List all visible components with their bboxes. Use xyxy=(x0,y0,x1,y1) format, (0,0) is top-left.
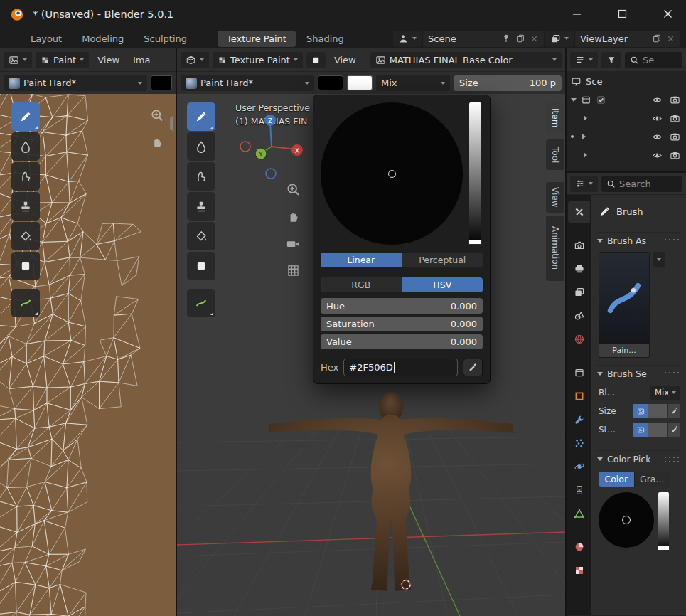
rgb-tab[interactable]: RGB xyxy=(321,277,402,292)
panel-header-brush-settings[interactable]: Brush Se xyxy=(597,365,680,382)
tool-soften[interactable] xyxy=(187,132,215,161)
tool-clone[interactable] xyxy=(187,192,215,221)
color-tab[interactable]: Color xyxy=(599,472,635,487)
editor-type-dropdown[interactable] xyxy=(4,52,32,68)
workspace-tab-texture-paint[interactable]: Texture Paint xyxy=(218,31,296,47)
size-slider[interactable] xyxy=(633,404,667,418)
delete-viewlayer-button[interactable] xyxy=(666,34,675,43)
axis-neg-z-handle[interactable] xyxy=(266,169,276,179)
sidebar-tab-view[interactable]: View xyxy=(546,182,564,213)
scene-browse-dropdown[interactable] xyxy=(393,31,422,47)
sidebar-tab-animation[interactable]: Animation xyxy=(546,216,564,281)
eyedropper-button[interactable] xyxy=(463,359,483,376)
outliner-filter-dropdown[interactable] xyxy=(601,52,621,68)
tab-view-layer[interactable] xyxy=(568,282,590,303)
color-wheel[interactable] xyxy=(321,102,463,245)
panel-header-brush-asset[interactable]: Brush As xyxy=(597,232,680,249)
hide-eye-toggle[interactable] xyxy=(652,132,663,142)
maximize-button[interactable] xyxy=(604,0,641,28)
primary-color-swatch[interactable] xyxy=(318,75,343,90)
hue-slider[interactable]: Hue0.000 xyxy=(321,298,483,313)
render-camera-toggle[interactable] xyxy=(670,132,680,142)
texture-slot-dropdown[interactable]: MATHIAS FINAL Base Color xyxy=(370,52,562,68)
brush-selector[interactable]: Paint Hard* xyxy=(181,75,314,91)
tool-smear[interactable] xyxy=(187,162,215,191)
viewlayer-browse-dropdown[interactable] xyxy=(545,31,574,47)
tool-fill[interactable] xyxy=(11,222,40,250)
new-scene-button[interactable] xyxy=(515,33,525,43)
outliner-search-input[interactable]: Se xyxy=(625,52,682,68)
editor-type-dropdown[interactable] xyxy=(181,52,209,68)
hide-eye-toggle[interactable] xyxy=(652,95,663,105)
hsv-tab[interactable]: HSV xyxy=(402,277,483,292)
value-number-slider[interactable]: Value0.000 xyxy=(321,334,483,349)
hide-eye-toggle[interactable] xyxy=(652,113,663,124)
tab-particles[interactable] xyxy=(568,432,590,454)
menu-image[interactable]: Ima xyxy=(128,55,150,65)
tab-object[interactable] xyxy=(568,386,590,407)
blend-mode-dropdown[interactable]: Mix xyxy=(376,75,450,91)
interaction-mode-dropdown[interactable]: Texture Paint xyxy=(213,52,303,68)
brush-selector[interactable]: Paint Hard* xyxy=(4,75,147,91)
tool-draw-brush[interactable] xyxy=(187,102,215,131)
scene-selector[interactable]: Scene xyxy=(423,31,544,47)
collapse-arrow-icon[interactable] xyxy=(584,152,587,158)
outliner-row-scene[interactable]: Sce xyxy=(567,72,686,90)
tab-render[interactable] xyxy=(568,235,590,256)
tool-clone[interactable] xyxy=(11,192,40,221)
perceptual-tab[interactable]: Perceptual xyxy=(402,253,483,267)
tab-physics[interactable] xyxy=(568,456,590,477)
zoom-in-gizmo[interactable] xyxy=(150,108,164,122)
workspace-tab-modeling[interactable]: Modeling xyxy=(73,31,133,47)
sidebar-tab-tool[interactable]: Tool xyxy=(546,139,564,170)
tool-fill[interactable] xyxy=(187,222,215,250)
brush-asset-dropdown[interactable] xyxy=(653,252,665,267)
gradient-tab[interactable]: Gra... xyxy=(635,472,670,487)
strength-slider[interactable] xyxy=(633,423,667,437)
outliner-display-mode-dropdown[interactable] xyxy=(570,52,598,68)
tab-constraints[interactable] xyxy=(568,479,590,501)
linear-tab[interactable]: Linear xyxy=(321,253,402,267)
viewlayer-selector[interactable]: ViewLayer xyxy=(575,31,680,47)
blender-logo[interactable] xyxy=(10,7,24,21)
minimize-button[interactable] xyxy=(558,0,595,28)
properties-editor-dropdown[interactable] xyxy=(570,176,598,192)
sidebar-collapse-arrow[interactable] xyxy=(170,118,173,129)
tab-output[interactable] xyxy=(568,258,590,280)
secondary-color-swatch[interactable] xyxy=(347,75,373,90)
tool-annotate[interactable] xyxy=(187,289,215,317)
color-wheel[interactable] xyxy=(599,492,654,548)
render-camera-toggle[interactable] xyxy=(670,150,680,161)
paint-color-swatch[interactable] xyxy=(151,75,172,90)
close-button[interactable] xyxy=(649,0,686,28)
workspace-tab-uv-editing[interactable] xyxy=(198,36,216,41)
active-object-button[interactable] xyxy=(306,52,326,68)
tab-material[interactable] xyxy=(568,536,590,558)
strength-pressure-toggle[interactable] xyxy=(668,423,680,437)
outliner-row-collection[interactable] xyxy=(567,127,686,146)
expand-arrow-icon[interactable] xyxy=(571,98,577,102)
tool-mask[interactable] xyxy=(11,252,40,280)
checkbox-icon[interactable] xyxy=(596,95,606,105)
tab-texture[interactable] xyxy=(568,560,590,581)
menu-view[interactable]: View xyxy=(329,55,361,65)
outliner-row-collection[interactable] xyxy=(567,146,686,164)
navigation-gizmo[interactable]: Z Y X xyxy=(232,102,311,181)
workspace-tab-layout[interactable]: Layout xyxy=(21,31,71,47)
hide-eye-toggle[interactable] xyxy=(652,150,663,161)
sidebar-tab-item[interactable]: Item xyxy=(546,102,564,133)
ortho-perspective-toggle[interactable] xyxy=(286,263,301,278)
tool-annotate[interactable] xyxy=(11,289,40,317)
workspace-tab-shading[interactable]: Shading xyxy=(297,31,353,47)
blend-mode-dropdown[interactable]: Mix xyxy=(650,386,680,400)
saturation-slider[interactable]: Saturation0.000 xyxy=(321,317,483,331)
value-slider[interactable] xyxy=(469,102,481,245)
pan-gizmo[interactable] xyxy=(150,135,164,149)
tool-mask[interactable] xyxy=(187,252,215,280)
value-slider[interactable] xyxy=(658,492,669,551)
camera-view-toggle[interactable] xyxy=(286,236,301,251)
tool-soften[interactable] xyxy=(11,132,40,161)
collapse-arrow-icon[interactable] xyxy=(584,115,587,121)
outliner-row-scene-collection[interactable] xyxy=(567,90,686,109)
collapse-arrow-icon[interactable] xyxy=(582,134,586,139)
